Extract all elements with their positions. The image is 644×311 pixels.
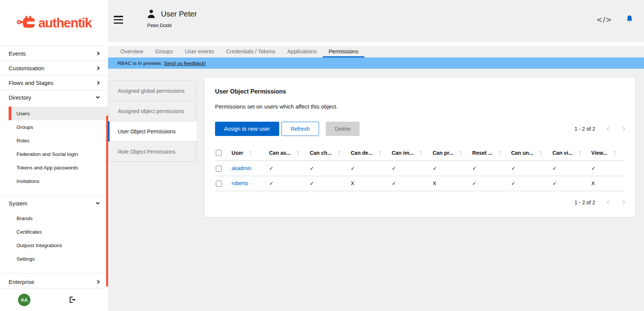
tab-groups[interactable]: Groups	[149, 46, 179, 57]
permission-value: ✓	[433, 165, 437, 171]
sidebar-item-roles[interactable]: Roles	[9, 134, 108, 147]
sidebar-item-label: Groups	[17, 124, 33, 130]
subtab-role-object-permissions[interactable]: Role Object Permissions	[108, 142, 197, 162]
sidebar-item-users[interactable]: Users	[9, 107, 108, 120]
sidebar-item-label: Outpost Integrations	[17, 243, 62, 248]
sidebar-item-settings[interactable]: Settings	[9, 252, 108, 266]
tab-credentials-tokens[interactable]: Credentials / Tokens	[220, 46, 281, 57]
permission-value: ✓	[511, 165, 516, 171]
chevron-right-icon	[96, 51, 100, 55]
permission-value: X	[351, 180, 354, 186]
sidebar-item-directory[interactable]: Directory	[0, 90, 108, 104]
pagination-label: 1 - 2 of 2	[575, 126, 595, 132]
sidebar-footer: AA	[0, 288, 108, 311]
sort-icon[interactable]: ↕	[459, 150, 463, 156]
pagination-next-icon[interactable]	[620, 200, 625, 205]
permission-value: ✓	[392, 165, 396, 171]
api-code-icon[interactable]: </>	[596, 15, 612, 24]
subtab-assigned-object-permissions[interactable]: Assigned object permissions	[108, 101, 197, 121]
sidebar-item-label: Directory	[9, 94, 31, 101]
page-title: User Peter	[161, 10, 197, 18]
assign-to-new-user-button[interactable]: Assign to new user	[215, 122, 279, 136]
sidebar-item-label: System	[9, 200, 27, 207]
table-header-row: User↕ Can as...↕ Can ch...↕ Can de...↕ C…	[215, 146, 624, 161]
sidebar-item-groups[interactable]: Groups	[9, 120, 108, 134]
permission-value: ✓	[351, 165, 355, 171]
user-icon	[147, 9, 155, 19]
sidebar-item-federation[interactable]: Federation and Social login	[9, 147, 108, 161]
chevron-down-icon	[96, 201, 100, 205]
sort-icon[interactable]: ↕	[539, 150, 543, 156]
pagination-label: 1 - 2 of 2	[575, 199, 595, 205]
sidebar-item-label: Flows and Stages	[9, 80, 53, 86]
page-subtitle: Peter.Dodd	[147, 23, 197, 28]
delete-button[interactable]: Delete	[326, 122, 360, 136]
sort-icon[interactable]: ↕	[498, 150, 502, 156]
sidebar-item-label: Certificates	[17, 229, 42, 235]
permission-value: ✓	[269, 180, 274, 186]
feedback-link[interactable]: Send us feedback!	[164, 60, 206, 66]
select-all-checkbox[interactable]	[216, 150, 222, 156]
permission-value: ✓	[511, 180, 516, 186]
permission-subtabs: Assigned global permissions Assigned obj…	[108, 81, 197, 162]
permission-value: ✓	[310, 165, 314, 171]
chevron-down-icon	[96, 95, 100, 99]
sidebar-item-tokens[interactable]: Tokens and App passwords	[9, 161, 108, 174]
sidebar-item-flows-and-stages[interactable]: Flows and Stages	[0, 75, 108, 90]
sign-out-icon[interactable]	[69, 296, 76, 303]
tab-user-events[interactable]: User events	[179, 46, 220, 57]
sidebar-item-label: Tokens and App passwords	[17, 165, 78, 171]
subtab-assigned-global-permissions[interactable]: Assigned global permissions	[108, 81, 197, 101]
menu-toggle-icon[interactable]	[114, 16, 123, 24]
row-checkbox[interactable]	[216, 166, 222, 172]
toolbar: Assign to new user Refresh Delete 1 - 2 …	[215, 122, 624, 136]
sidebar-item-customisation[interactable]: Customisation	[0, 61, 108, 75]
sidebar-item-label: Enterprise	[9, 279, 34, 285]
row-checkbox[interactable]	[216, 181, 222, 187]
avatar[interactable]: AA	[18, 294, 30, 306]
sort-icon[interactable]: ↕	[248, 150, 253, 156]
sidebar-item-outpost-integrations[interactable]: Outpost Integrations	[9, 239, 108, 252]
logo[interactable]: authentik	[0, 0, 108, 46]
sidebar-item-system[interactable]: System	[0, 196, 108, 211]
user-link[interactable]: akadmin	[232, 165, 251, 171]
sidebar: authentik Events Customisation Flows and…	[0, 0, 108, 311]
subtab-user-object-permissions[interactable]: User Object Permissions	[108, 121, 197, 142]
page-header: User Peter Peter.Dodd </>	[108, 0, 644, 42]
pagination-prev-icon[interactable]	[606, 127, 611, 131]
refresh-button[interactable]: Refresh	[281, 122, 319, 136]
tab-permissions[interactable]: Permissions	[323, 46, 364, 57]
sort-icon[interactable]: ↕	[378, 150, 382, 156]
pagination-top: 1 - 2 of 2	[575, 126, 624, 132]
notifications-bell-icon[interactable]	[626, 15, 633, 24]
sidebar-item-label: Settings	[17, 256, 35, 262]
sidebar-item-invitations[interactable]: Invitations	[9, 174, 108, 188]
sort-icon[interactable]: ↕	[578, 150, 582, 156]
permission-value: ✓	[591, 165, 596, 171]
user-object-permissions-card: User Object Permissions Permissions set …	[205, 78, 635, 217]
column-header: Can un...	[511, 150, 533, 156]
column-header: Reset ...	[472, 150, 492, 156]
sort-icon[interactable]: ↕	[612, 150, 617, 156]
sort-icon[interactable]: ↕	[296, 150, 301, 156]
sidebar-item-label: Customisation	[9, 65, 44, 71]
tab-applications[interactable]: Applications	[281, 46, 322, 57]
sort-icon[interactable]: ↕	[419, 150, 423, 156]
sidebar-item-certificates[interactable]: Certificates	[9, 225, 108, 239]
permission-value: ✓	[472, 180, 477, 186]
sidebar-scrollbar-thumb[interactable]	[106, 116, 108, 287]
tab-overview[interactable]: Overview	[114, 46, 149, 57]
column-header: User	[232, 150, 243, 156]
sidebar-item-label: Users	[17, 111, 30, 116]
pagination-next-icon[interactable]	[620, 127, 625, 131]
chevron-right-icon	[96, 280, 100, 284]
column-header: Can de...	[351, 150, 372, 156]
sort-icon[interactable]: ↕	[337, 150, 342, 156]
pagination-prev-icon[interactable]	[606, 200, 611, 205]
sidebar-item-brands[interactable]: Brands	[9, 211, 108, 225]
sidebar-nav: Events Customisation Flows and Stages Di…	[0, 46, 108, 290]
sidebar-item-events[interactable]: Events	[0, 46, 108, 60]
sidebar-item-label: Invitations	[17, 178, 39, 184]
column-header: Can pr...	[433, 150, 453, 156]
user-link[interactable]: roberto	[232, 180, 248, 186]
